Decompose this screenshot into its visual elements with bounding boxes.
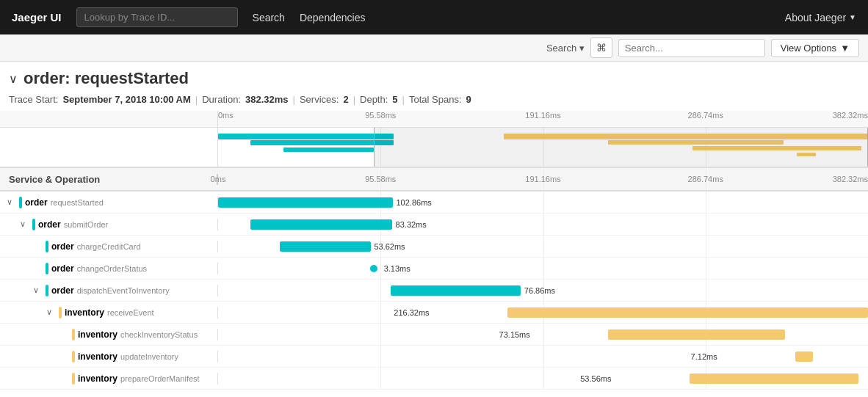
span-service-col: orderchangeOrderStatus — [0, 263, 218, 274]
service-color-stripe — [72, 329, 75, 340]
service-name: order — [51, 263, 74, 274]
service-name: order — [51, 285, 74, 296]
tick-line — [380, 302, 381, 323]
service-color-stripe — [32, 219, 35, 230]
span-service-col: orderchargeCreditCard — [0, 241, 218, 252]
service-color-stripe — [46, 241, 48, 252]
trace-collapse-chevron[interactable]: ∨ — [9, 72, 18, 86]
header-label-3: 286.74ms — [688, 175, 723, 183]
ruler-label-3: 286.74ms — [688, 111, 723, 120]
mini-bar-3 — [283, 147, 375, 152]
trace-meta: Trace Start: September 7, 2018 10:00 AM … — [0, 91, 868, 111]
span-row[interactable]: inventorycheckInventoryStatus73.15ms — [0, 324, 868, 346]
mini-chart-row — [0, 128, 868, 168]
services-value: 2 — [343, 94, 348, 105]
operation-name: updateInventory — [120, 352, 178, 361]
span-service-col: ∨ordersubmitOrder — [0, 219, 218, 230]
service-name: order — [25, 197, 48, 208]
service-color-stripe — [72, 373, 75, 385]
tick-line — [543, 258, 544, 279]
about-chevron-icon: ▼ — [849, 13, 856, 21]
span-duration-label: 53.62ms — [374, 242, 405, 251]
span-bar[interactable] — [391, 285, 521, 296]
span-bar[interactable] — [250, 219, 392, 230]
tick-line — [380, 324, 381, 345]
navbar: Jaeger UI Search Dependencies About Jaeg… — [0, 0, 868, 34]
span-timeline-col: 102.86ms — [218, 192, 868, 213]
span-bar[interactable] — [690, 374, 858, 384]
duration-value: 382.32ms — [245, 94, 289, 105]
span-row[interactable]: inventoryprepareOrderManifest53.56ms — [0, 368, 868, 390]
search-bar-label[interactable]: Search ▾ — [546, 43, 585, 54]
search-input[interactable] — [618, 39, 765, 57]
span-bar[interactable] — [795, 352, 813, 362]
trace-start-label: Trace Start: — [9, 94, 58, 105]
mini-bar-1 — [218, 134, 394, 139]
service-color-stripe — [72, 351, 75, 363]
mini-bar-2 — [250, 140, 394, 145]
span-chevron[interactable]: ∨ — [44, 307, 54, 317]
span-duration-label: 7.12ms — [691, 352, 717, 361]
viewport-box[interactable] — [374, 128, 868, 167]
tick-line — [706, 192, 706, 213]
span-service-col: inventorycheckInventoryStatus — [0, 329, 218, 340]
span-timeline-col: 73.15ms — [218, 324, 868, 345]
tick-line — [706, 280, 706, 301]
span-dot — [370, 265, 377, 272]
span-service-col: ∨orderdispatchEventToInventory — [0, 285, 218, 296]
span-duration-label: 102.86ms — [396, 198, 431, 207]
span-service-col: ∨orderrequestStarted — [0, 197, 218, 208]
span-chevron[interactable]: ∨ — [31, 285, 41, 295]
dependencies-nav-link[interactable]: Dependencies — [300, 12, 366, 23]
trace-id-input[interactable] — [76, 7, 238, 27]
tick-line — [380, 368, 381, 389]
cmd-icon-btn[interactable]: ⌘ — [590, 37, 612, 58]
span-row[interactable]: ∨inventoryreceiveEvent216.32ms — [0, 302, 868, 324]
span-chevron[interactable]: ∨ — [18, 219, 28, 229]
span-row[interactable]: ∨ordersubmitOrder83.32ms — [0, 214, 868, 236]
ruler-label-4: 382.32ms — [833, 111, 868, 120]
trace-start-value: September 7, 2018 10:00 AM — [62, 94, 190, 105]
service-name: inventory — [78, 374, 117, 384]
span-row[interactable]: orderchangeOrderStatus3.13ms — [0, 258, 868, 280]
view-options-label: View Options — [781, 43, 836, 54]
depth-label: Depth: — [360, 94, 388, 105]
span-duration-label: 76.86ms — [524, 286, 555, 295]
spans-header: Service & Operation 0ms 95.58ms 191.16ms… — [0, 168, 868, 192]
span-duration-label: 216.32ms — [394, 308, 429, 317]
operation-name: submitOrder — [64, 220, 109, 229]
service-operation-header: Service & Operation — [9, 174, 100, 185]
span-chevron[interactable]: ∨ — [4, 197, 15, 207]
operation-name: chargeCreditCard — [77, 242, 141, 251]
header-label-1: 95.58ms — [365, 175, 396, 183]
span-bar[interactable] — [507, 307, 868, 318]
service-color-stripe — [59, 307, 62, 318]
span-timeline-col: 53.56ms — [218, 368, 868, 389]
service-name: order — [38, 219, 61, 230]
service-color-stripe — [19, 197, 22, 208]
span-bar[interactable] — [280, 241, 371, 252]
ruler-label-2: 191.16ms — [525, 111, 560, 120]
service-name: inventory — [78, 329, 117, 340]
span-row[interactable]: orderchargeCreditCard53.62ms — [0, 236, 868, 258]
ruler-left-spacer — [0, 111, 218, 127]
timeline-ruler: 0ms 95.58ms 191.16ms 286.74ms 382.32ms — [218, 111, 868, 127]
header-label-4: 382.32ms — [833, 175, 868, 183]
span-row[interactable]: ∨orderdispatchEventToInventory76.86ms — [0, 280, 868, 302]
span-bar[interactable] — [218, 197, 393, 208]
span-bar[interactable] — [608, 329, 785, 340]
view-options-button[interactable]: View Options ▼ — [771, 39, 859, 57]
mini-chart-left — [0, 128, 218, 167]
tick-line — [543, 236, 544, 257]
tick-line — [543, 346, 544, 367]
span-row[interactable]: inventoryupdateInventory7.12ms — [0, 346, 868, 368]
span-timeline-col: 83.32ms — [218, 214, 868, 235]
operation-name: changeOrderStatus — [77, 264, 147, 273]
about-jaeger-menu[interactable]: About Jaeger ▼ — [785, 12, 856, 23]
ruler-label-1: 95.58ms — [365, 111, 396, 120]
tick-line — [543, 214, 544, 235]
service-name: inventory — [78, 352, 117, 362]
tick-line — [706, 258, 706, 279]
span-row[interactable]: ∨orderrequestStarted102.86ms — [0, 192, 868, 214]
search-nav-link[interactable]: Search — [253, 12, 285, 23]
